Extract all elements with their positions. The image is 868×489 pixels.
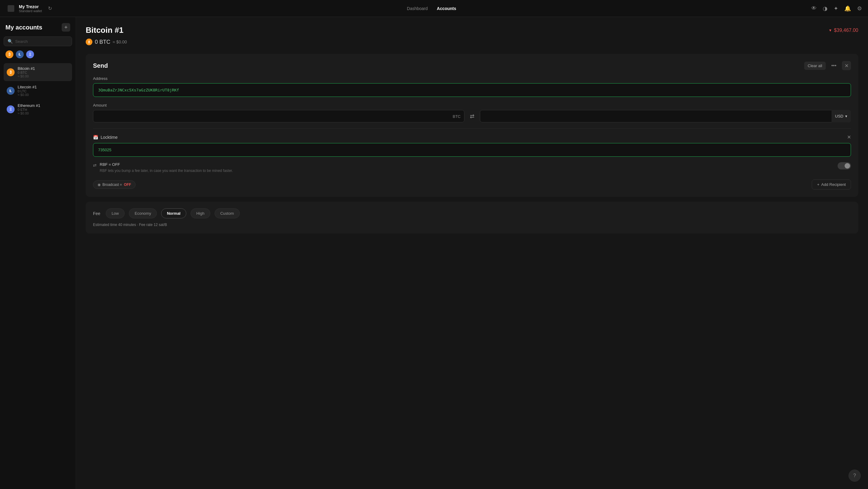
topbar: My Trezor Standard wallet ↻ Dashboard Ac… [0,0,868,17]
fee-option-custom[interactable]: Custom [215,208,240,218]
eth-icon: Ξ [7,105,14,113]
account-balance-bitcoin: 0 BTC [18,71,35,74]
add-recipient-label: Add Recipient [821,182,846,187]
account-info-litecoin: Litecoin #1 0 LTC ≈ $0.00 [18,85,37,97]
btc-icon: ₿ [7,68,14,76]
account-item-ethereum[interactable]: Ξ Ethereum #1 0 ETH ≈ $0.00 [4,100,72,118]
wallet-type: Standard wallet [19,9,42,13]
topbar-right: 👁 ◑ ✦ 🔔 ⚙ [811,5,862,12]
filter-btc[interactable]: ₿ [5,51,13,58]
nav-dashboard[interactable]: Dashboard [407,6,428,11]
rbf-title: RBF = OFF [100,162,233,167]
locktime-section: 📅 Locktime ✕ [93,134,851,157]
btc-input-wrap: BTC [93,110,464,122]
btc-amount: 0 BTC [95,39,110,45]
add-recipient-plus-icon: + [817,182,819,187]
usd-amount-input[interactable] [480,110,851,122]
account-name-litecoin: Litecoin #1 [18,85,37,89]
close-send-button[interactable]: ✕ [842,61,851,70]
topbar-brand: My Trezor Standard wallet [19,4,42,13]
usd-currency-select[interactable]: USD ▾ [832,110,851,122]
usd-input-wrap: USD ▾ [480,110,851,122]
trezor-logo [6,4,16,13]
btc-balance-icon: ₿ [86,39,92,45]
address-label: Address [93,76,851,81]
refresh-icon[interactable]: ↻ [48,5,52,11]
btc-amount-input[interactable] [93,110,464,122]
fee-card: Fee Low Economy Normal High Custom Estim… [86,202,858,234]
locktime-calendar-icon: 📅 [93,135,98,140]
amount-group: Amount BTC ⇄ USD ▾ [93,103,851,122]
locktime-label: 📅 Locktime [93,135,118,140]
coin-filters: ₿ Ł Ξ [4,51,72,58]
btc-currency-label: BTC [453,114,461,119]
address-input[interactable] [93,83,851,97]
bottom-row: ◉ Broadcast = OFF + Add Recipient [93,180,851,190]
sidebar-title: My accounts [5,24,42,31]
fee-option-low[interactable]: Low [106,208,125,218]
help-icon: ? [854,473,856,478]
clear-all-button[interactable]: Clear all [804,62,826,70]
gear-icon[interactable]: ⚙ [857,5,862,12]
rbf-section: ⇄ RBF = OFF RBF lets you bump a fee late… [93,162,851,173]
topbar-nav: Dashboard Accounts [407,6,456,11]
account-name-bitcoin: Bitcoin #1 [18,66,35,71]
add-account-button[interactable]: + [62,23,70,32]
account-balance-ethereum: 0 ETH [18,108,40,111]
fee-option-economy[interactable]: Economy [129,208,157,218]
account-list: ₿ Bitcoin #1 0 BTC ≈ $0.00 Ł Litecoin #1… [4,63,72,118]
nav-accounts[interactable]: Accounts [437,6,456,11]
account-price-value: $39,467.00 [834,28,858,33]
toggle-slider [838,162,851,169]
star-icon[interactable]: ✦ [834,5,838,12]
eye-icon[interactable]: 👁 [811,5,817,11]
send-title: Send [93,62,108,69]
locktime-input[interactable] [93,143,851,157]
account-item-bitcoin[interactable]: ₿ Bitcoin #1 0 BTC ≈ $0.00 [4,63,72,81]
account-item-litecoin[interactable]: Ł Litecoin #1 0 LTC ≈ $0.00 [4,82,72,100]
rbf-toggle[interactable] [838,162,851,169]
rbf-description: RBF lets you bump a fee later, in case y… [100,168,233,173]
rbf-info: RBF = OFF RBF lets you bump a fee later,… [100,162,233,173]
search-input[interactable] [15,39,68,44]
locktime-close-button[interactable]: ✕ [847,134,851,140]
broadcast-badge[interactable]: ◉ Broadcast = OFF [93,181,135,189]
fee-option-high[interactable]: High [191,208,210,218]
search-icon: 🔍 [8,39,13,44]
account-header: Bitcoin #1 ▼ $39,467.00 [86,26,858,35]
usd-currency-label: USD [835,114,843,119]
fee-label: Fee [93,211,100,216]
fee-option-normal[interactable]: Normal [161,208,186,218]
more-options-button[interactable]: ••• [829,62,839,70]
ltc-icon: Ł [7,87,14,95]
account-info-bitcoin: Bitcoin #1 0 BTC ≈ $0.00 [18,66,35,78]
main-content: Bitcoin #1 ▼ $39,467.00 ₿ 0 BTC ≈ $0.00 … [76,17,868,489]
fee-rate-value: 12 sat/B [153,223,167,227]
add-recipient-button[interactable]: + Add Recipient [812,180,851,190]
swap-currency-button[interactable]: ⇄ [468,111,476,122]
layout: My accounts + 🔍 ₿ Ł Ξ ₿ Bitcoin #1 0 BTC… [0,17,868,489]
bell-icon[interactable]: 🔔 [844,5,851,12]
account-name-ethereum: Ethereum #1 [18,103,40,108]
app-name: My Trezor [19,4,42,9]
fee-rate-label: Fee rate [139,223,153,227]
account-balance-litecoin: 0 LTC [18,89,37,93]
locktime-title: Locktime [101,135,118,140]
amount-label: Amount [93,103,851,107]
fee-estimated: Estimated time 40 minutes · Fee rate 12 … [93,223,851,227]
help-button[interactable]: ? [848,469,861,482]
filter-ltc[interactable]: Ł [16,51,24,58]
sidebar: My accounts + 🔍 ₿ Ł Ξ ₿ Bitcoin #1 0 BTC… [0,17,76,489]
currency-dropdown-icon: ▾ [845,114,847,119]
sidebar-header: My accounts + [4,23,72,32]
search-box: 🔍 [4,36,72,46]
section-divider [93,128,851,129]
estimated-time-label: Estimated time [93,223,117,227]
filter-eth[interactable]: Ξ [26,51,34,58]
topbar-left: My Trezor Standard wallet ↻ [6,4,52,13]
account-usd-ethereum: ≈ $0.00 [18,111,40,115]
send-header: Send Clear all ••• ✕ [93,61,851,70]
account-price: ▼ $39,467.00 [829,28,858,33]
account-btc-balance: ₿ 0 BTC ≈ $0.00 [86,39,858,45]
contrast-icon[interactable]: ◑ [823,5,828,12]
